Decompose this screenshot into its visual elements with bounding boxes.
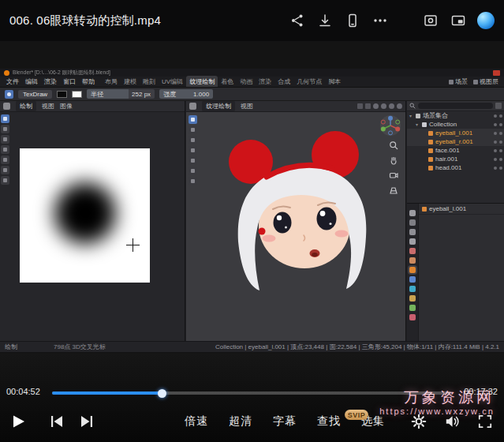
send-to-phone-button[interactable]: [344, 12, 361, 29]
blender-window: Blender* [D:\…\06-2 眼球贴图绘制.blend] 文件编辑渲染…: [0, 69, 504, 352]
viewport-nav-icons: [389, 140, 398, 195]
shading-rendered-icon: [397, 103, 402, 109]
status-hint: 798点 3D交叉光标: [54, 343, 106, 351]
scene-selector: 场景: [449, 77, 468, 86]
progress-bar[interactable]: [52, 391, 451, 395]
workspace-tabs: 布局建模雕刻UV编辑纹理绘制着色动画渲染合成几何节点脚本: [102, 77, 344, 87]
outliner-row: head.001: [407, 163, 504, 172]
blender-topbar: 文件编辑渲染窗口帮助 布局建模雕刻UV编辑纹理绘制着色动画渲染合成几何节点脚本 …: [0, 77, 504, 88]
tool-icon: [1, 125, 9, 133]
texture-canvas: [20, 148, 150, 283]
current-time: 00:04:52: [6, 387, 40, 396]
tool-icon: [189, 136, 197, 144]
next-episode-button[interactable]: [77, 412, 96, 431]
brush-radius-slider: 半径252 px: [87, 89, 155, 99]
mode-dropdown: 纹理绘制: [202, 101, 235, 111]
object-name: eyeball_r.001: [435, 138, 473, 145]
right-panel: 场景集合 Collection: [407, 101, 504, 341]
earring: [259, 228, 266, 235]
object-icon: [416, 114, 420, 118]
object-name: 场景集合: [423, 111, 448, 120]
play-button[interactable]: [9, 412, 28, 431]
properties-tab-icon: [409, 210, 416, 216]
object-icon: [428, 157, 433, 162]
object-name: face.001: [435, 147, 460, 154]
download-button[interactable]: [316, 12, 334, 29]
outliner-tree: 场景集合 Collection: [407, 111, 504, 172]
row-toggles: [494, 114, 502, 118]
properties-tab-icon: [409, 276, 416, 283]
volume-button[interactable]: [442, 412, 461, 431]
object-icon: [428, 148, 433, 153]
screenshot-button[interactable]: [422, 12, 439, 29]
more-button[interactable]: [371, 12, 389, 29]
object-name: Collection: [429, 121, 457, 128]
video-frame[interactable]: Blender* [D:\…\06-2 眼球贴图绘制.blend] 文件编辑渲染…: [0, 41, 504, 354]
blender-title-text: Blender* [D:\…\06-2 眼球贴图绘制.blend]: [13, 69, 110, 77]
properties-breadcrumb: eyeball_l.001: [419, 204, 504, 215]
status-mode: 绘制: [5, 343, 17, 351]
blush-left: [263, 235, 276, 242]
overlay-icon: [365, 103, 371, 109]
hide-icon: [494, 140, 497, 144]
painted-pupil-blob: [54, 182, 116, 244]
hide-icon: [494, 123, 497, 126]
previous-episode-button[interactable]: [47, 412, 66, 431]
mini-player-button[interactable]: [450, 12, 467, 29]
properties-tab-icon: [409, 219, 416, 226]
object-name: eyeball_l.001: [435, 129, 472, 137]
shading-material-icon: [389, 103, 394, 109]
blender-main-area: 绘制 视图 图像: [0, 101, 504, 341]
hide-icon: [494, 167, 497, 170]
hide-icon: [494, 114, 497, 118]
video-title: 006. 06眼球转动的控制.mp4: [9, 13, 161, 28]
total-time: 00:17:32: [464, 387, 498, 396]
menu-item: 帮助: [79, 77, 98, 86]
snap-icon: [357, 103, 363, 109]
menu-item: 渲染: [41, 77, 60, 86]
draw-tool-icon: [189, 115, 197, 124]
disable-icon: [499, 158, 502, 161]
subtitles-button[interactable]: 字幕: [273, 414, 297, 429]
row-toggles: [494, 167, 502, 170]
progress-handle[interactable]: [158, 389, 166, 398]
outliner-row: 场景集合: [407, 111, 504, 120]
properties-tab-icon: [409, 248, 416, 254]
quality-button[interactable]: 超清: [229, 414, 252, 429]
tool-settings-bar: TexDraw 半径252 px 强度1.000: [0, 88, 504, 101]
speed-button[interactable]: 倍速: [185, 414, 208, 429]
fullscreen-button[interactable]: [476, 412, 495, 431]
settings-button[interactable]: [409, 412, 428, 431]
workspace-tab: 动画: [237, 76, 256, 87]
find-button[interactable]: 查找: [317, 414, 341, 429]
progress-fill: [52, 391, 162, 395]
outliner-header: [407, 101, 504, 111]
2d-cursor-crosshair: [126, 238, 140, 252]
disable-icon: [499, 167, 502, 170]
outliner-row: eyeball_r.001: [407, 137, 504, 146]
app-avatar[interactable]: [477, 12, 495, 29]
disable-icon: [499, 140, 502, 144]
properties-content: eyeball_l.001: [419, 204, 504, 341]
properties-tab-icon: [409, 238, 416, 245]
workspace-tab: 布局: [102, 76, 121, 87]
share-button[interactable]: [289, 12, 306, 29]
outliner-row: hair.001: [407, 155, 504, 163]
object-name: head.001: [435, 164, 461, 171]
image-editor-header: 绘制 视图 图像: [0, 101, 185, 112]
editor-type-icon: [189, 103, 196, 110]
character-illustration: [186, 101, 406, 341]
properties-tab-icon: [409, 257, 416, 264]
row-toggles: [494, 132, 502, 135]
workspace-tab: 着色: [218, 76, 237, 87]
menu-item: 文件: [3, 77, 22, 86]
tool-icon: [189, 177, 197, 185]
viewport-3d: 纹理绘制 视图: [186, 101, 406, 341]
tool-icon: [1, 166, 9, 174]
tool-icon: [1, 145, 9, 154]
hide-icon: [494, 149, 497, 152]
editor-type-icon: [3, 103, 10, 110]
properties-tab-object-icon: [409, 267, 416, 273]
object-icon: [422, 207, 427, 212]
hide-icon: [494, 132, 497, 135]
